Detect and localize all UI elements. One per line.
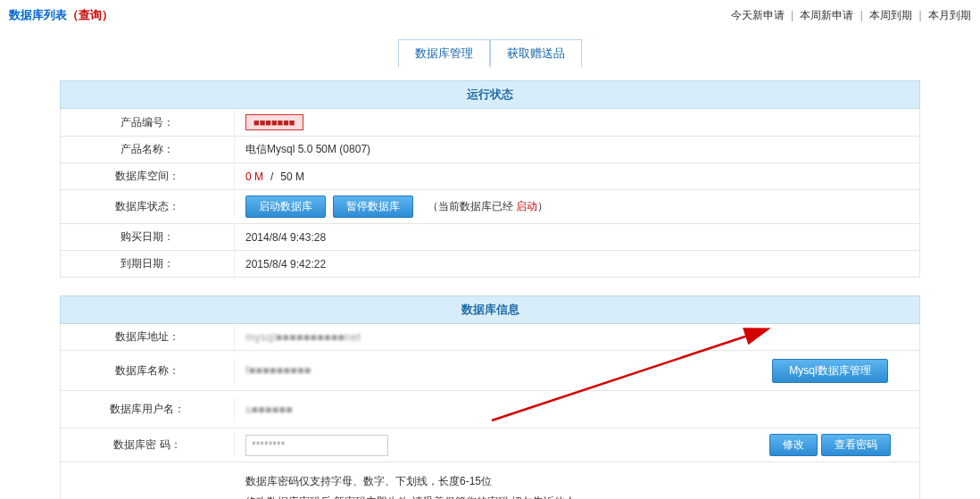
separator: | xyxy=(860,9,863,21)
panel-header-status: 运行状态 xyxy=(60,80,920,109)
label-buy-date: 购买日期： xyxy=(61,224,235,250)
top-links: 今天新申请 | 本周新申请 | 本周到期 | 本月到期 xyxy=(731,8,971,23)
separator: | xyxy=(919,9,922,21)
password-input[interactable] xyxy=(245,435,388,456)
value-db-addr: mysql■■■■■■■■■■net xyxy=(245,331,361,344)
value-product-name: 电信Mysql 5.0 50M (0807) xyxy=(235,137,919,162)
tab-db-manage[interactable]: 数据库管理 xyxy=(398,39,490,67)
value-db-name: f■■■■■■■■■ xyxy=(245,364,311,377)
label-db-name: 数据库名称： xyxy=(61,358,235,384)
start-db-button[interactable]: 启动数据库 xyxy=(245,195,326,218)
modify-button[interactable]: 修改 xyxy=(769,434,818,456)
panel-run-status: 运行状态 产品编号： ■■■■■■■ 产品名称： 电信Mysql 5.0 50M… xyxy=(60,80,920,278)
label-db-user: 数据库用户名： xyxy=(61,396,235,422)
space-sep: / xyxy=(270,170,273,183)
title-prefix: 数据库列表 xyxy=(9,8,67,21)
title-query: （查询） xyxy=(67,8,113,21)
label-product-name: 产品名称： xyxy=(61,137,235,162)
page-title: 数据库列表（查询） xyxy=(9,7,113,23)
label-product-no: 产品编号： xyxy=(61,110,235,136)
view-password-button[interactable]: 查看密码 xyxy=(821,434,891,456)
space-used: 0 M xyxy=(245,170,263,183)
tab-get-gift[interactable]: 获取赠送品 xyxy=(490,39,582,67)
value-buy-date: 2014/8/4 9:43:28 xyxy=(235,226,919,249)
status-note-value: 启动 xyxy=(516,200,537,212)
panel-db-info: 数据库信息 数据库地址： mysql■■■■■■■■■■net 数据库名称： f… xyxy=(60,295,920,499)
value-expire-date: 2015/8/4 9:42:22 xyxy=(235,253,919,276)
label-db-status: 数据库状态： xyxy=(61,194,235,220)
link-month-expire[interactable]: 本月到期 xyxy=(928,9,971,21)
label-db-addr: 数据库地址： xyxy=(61,324,235,350)
separator: | xyxy=(791,9,793,21)
value-db-user: s■■■■■■ xyxy=(245,403,293,416)
mysql-manage-button[interactable]: Mysql数据库管理 xyxy=(772,359,887,383)
panel-header-dbinfo: 数据库信息 xyxy=(60,295,920,324)
space-total: 50 M xyxy=(280,170,304,183)
status-note-suffix: ） xyxy=(537,200,548,212)
tip-line-2: 修改数据库密码后,新密码立即生效,请妥善保管您的密码,切勿告诉他人。 xyxy=(245,492,909,499)
status-note-prefix: （当前数据库已经 xyxy=(428,200,516,212)
value-product-no: ■■■■■■■ xyxy=(245,114,303,130)
label-db-space: 数据库空间： xyxy=(61,163,235,189)
value-db-space: 0 M / 50 M xyxy=(235,165,919,188)
tip-line-1: 数据库密码仅支持字母、数字、下划线，长度6-15位 xyxy=(245,471,909,492)
label-db-pw: 数据库密 码： xyxy=(61,432,235,458)
link-today-new[interactable]: 今天新申请 xyxy=(731,9,785,21)
tab-bar: 数据库管理 获取赠送品 xyxy=(0,39,980,67)
link-week-expire[interactable]: 本周到期 xyxy=(869,9,912,21)
password-tips: 数据库密码仅支持字母、数字、下划线，长度6-15位 修改数据库密码后,新密码立即… xyxy=(60,462,920,499)
pause-db-button[interactable]: 暂停数据库 xyxy=(333,195,413,218)
link-week-new[interactable]: 本周新申请 xyxy=(800,9,853,21)
status-note: （当前数据库已经 启动） xyxy=(428,199,548,214)
label-expire-date: 到期日期： xyxy=(61,251,235,277)
